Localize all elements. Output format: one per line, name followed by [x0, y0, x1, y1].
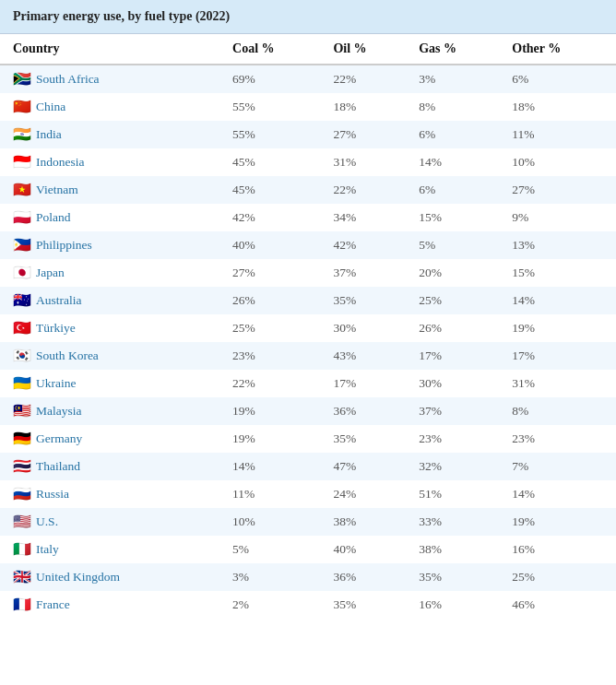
oil-value: 47%	[324, 453, 409, 480]
country-flag: 🇬🇧	[13, 570, 31, 585]
country-name: Italy	[36, 542, 59, 557]
col-country: Country	[0, 34, 223, 65]
other-value: 18%	[503, 93, 616, 121]
country-cell: 🇺🇸U.S.	[0, 508, 223, 536]
gas-value: 38%	[409, 536, 503, 563]
coal-value: 23%	[223, 342, 324, 370]
coal-value: 69%	[223, 65, 324, 93]
table-body: 🇿🇦South Africa69%22%3%6%🇨🇳China55%18%8%1…	[0, 65, 616, 619]
country-cell: 🇮🇩Indonesia	[0, 148, 223, 176]
country-name: Russia	[36, 487, 69, 502]
oil-value: 30%	[324, 314, 409, 342]
country-flag: 🇹🇷	[13, 321, 31, 336]
oil-value: 35%	[324, 591, 409, 619]
gas-value: 15%	[409, 204, 503, 231]
country-cell: 🇮🇹Italy	[0, 536, 223, 563]
gas-value: 33%	[409, 508, 503, 536]
other-value: 7%	[503, 453, 616, 480]
coal-value: 55%	[223, 93, 324, 121]
gas-value: 30%	[409, 370, 503, 397]
oil-value: 36%	[324, 397, 409, 425]
country-cell: 🇹🇭Thailand	[0, 453, 223, 480]
country-name: India	[36, 127, 62, 142]
other-value: 31%	[503, 370, 616, 397]
country-name: Poland	[36, 210, 71, 225]
country-name: Germany	[36, 431, 82, 446]
country-flag: 🇩🇪	[13, 431, 31, 446]
other-value: 27%	[503, 176, 616, 204]
gas-value: 6%	[409, 121, 503, 148]
country-name: South Korea	[36, 348, 99, 363]
oil-value: 40%	[324, 536, 409, 563]
country-cell: 🇲🇾Malaysia	[0, 397, 223, 425]
table-row: 🇿🇦South Africa69%22%3%6%	[0, 65, 616, 93]
country-name: Philippines	[36, 238, 92, 253]
oil-value: 42%	[324, 231, 409, 259]
oil-value: 35%	[324, 425, 409, 453]
oil-value: 35%	[324, 287, 409, 314]
country-cell: 🇺🇦Ukraine	[0, 370, 223, 397]
country-flag: 🇺🇦	[13, 376, 31, 391]
coal-value: 26%	[223, 287, 324, 314]
country-cell: 🇩🇪Germany	[0, 425, 223, 453]
gas-value: 35%	[409, 563, 503, 591]
other-value: 46%	[503, 591, 616, 619]
other-value: 14%	[503, 480, 616, 508]
country-flag: 🇺🇸	[13, 514, 31, 529]
table-row: 🇩🇪Germany19%35%23%23%	[0, 425, 616, 453]
other-value: 9%	[503, 204, 616, 231]
table-row: 🇫🇷France2%35%16%46%	[0, 591, 616, 619]
coal-value: 3%	[223, 563, 324, 591]
col-gas: Gas %	[409, 34, 503, 65]
table-row: 🇮🇹Italy5%40%38%16%	[0, 536, 616, 563]
country-name: U.S.	[36, 514, 58, 529]
other-value: 16%	[503, 536, 616, 563]
country-name: China	[36, 100, 65, 114]
other-value: 13%	[503, 231, 616, 259]
coal-value: 42%	[223, 204, 324, 231]
other-value: 10%	[503, 148, 616, 176]
table-row: 🇦🇺Australia26%35%25%14%	[0, 287, 616, 314]
coal-value: 25%	[223, 314, 324, 342]
country-cell: 🇵🇱Poland	[0, 204, 223, 231]
energy-table: Country Coal % Oil % Gas % Other % 🇿🇦Sou…	[0, 34, 616, 619]
country-cell: 🇯🇵Japan	[0, 259, 223, 287]
oil-value: 38%	[324, 508, 409, 536]
table-row: 🇺🇸U.S.10%38%33%19%	[0, 508, 616, 536]
oil-value: 24%	[324, 480, 409, 508]
oil-value: 34%	[324, 204, 409, 231]
oil-value: 31%	[324, 148, 409, 176]
table-row: 🇷🇺Russia11%24%51%14%	[0, 480, 616, 508]
country-name: Ukraine	[36, 376, 76, 391]
country-flag: 🇲🇾	[13, 404, 31, 419]
oil-value: 43%	[324, 342, 409, 370]
table-row: 🇮🇳India55%27%6%11%	[0, 121, 616, 148]
coal-value: 10%	[223, 508, 324, 536]
coal-value: 14%	[223, 453, 324, 480]
oil-value: 17%	[324, 370, 409, 397]
table-row: 🇻🇳Vietnam45%22%6%27%	[0, 176, 616, 204]
country-cell: 🇷🇺Russia	[0, 480, 223, 508]
coal-value: 19%	[223, 425, 324, 453]
country-name: Vietnam	[36, 183, 78, 197]
country-cell: 🇫🇷France	[0, 591, 223, 619]
country-flag: 🇻🇳	[13, 183, 31, 197]
country-flag: 🇹🇭	[13, 459, 31, 474]
chart-title: Primary energy use, by fuel type (2022)	[0, 0, 616, 34]
other-value: 25%	[503, 563, 616, 591]
oil-value: 22%	[324, 65, 409, 93]
country-name: Thailand	[36, 459, 80, 474]
country-flag: 🇿🇦	[13, 72, 31, 87]
gas-value: 16%	[409, 591, 503, 619]
gas-value: 17%	[409, 342, 503, 370]
other-value: 11%	[503, 121, 616, 148]
country-name: Australia	[36, 293, 82, 308]
coal-value: 40%	[223, 231, 324, 259]
country-flag: 🇮🇹	[13, 542, 31, 557]
gas-value: 20%	[409, 259, 503, 287]
country-flag: 🇨🇳	[13, 100, 31, 114]
country-cell: 🇬🇧United Kingdom	[0, 563, 223, 591]
country-name: United Kingdom	[36, 570, 120, 585]
gas-value: 5%	[409, 231, 503, 259]
coal-value: 19%	[223, 397, 324, 425]
